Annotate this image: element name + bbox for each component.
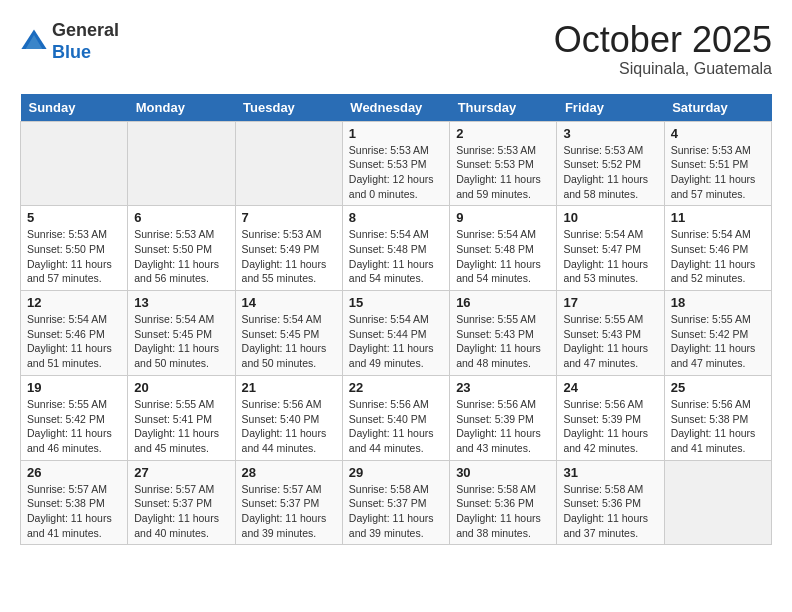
sunset: Sunset: 5:41 PM	[134, 413, 212, 425]
day-number: 17	[563, 295, 657, 310]
weekday-header: Saturday	[664, 94, 771, 122]
sunset: Sunset: 5:37 PM	[242, 497, 320, 509]
day-info: Sunrise: 5:53 AM Sunset: 5:51 PM Dayligh…	[671, 143, 765, 202]
calendar-week-row: 26 Sunrise: 5:57 AM Sunset: 5:38 PM Dayl…	[21, 460, 772, 545]
calendar-cell: 6 Sunrise: 5:53 AM Sunset: 5:50 PM Dayli…	[128, 206, 235, 291]
day-number: 20	[134, 380, 228, 395]
weekday-header: Wednesday	[342, 94, 449, 122]
day-number: 10	[563, 210, 657, 225]
calendar-cell	[664, 460, 771, 545]
sunrise: Sunrise: 5:56 AM	[456, 398, 536, 410]
day-info: Sunrise: 5:55 AM Sunset: 5:43 PM Dayligh…	[456, 312, 550, 371]
calendar-cell: 18 Sunrise: 5:55 AM Sunset: 5:42 PM Dayl…	[664, 291, 771, 376]
calendar-cell: 4 Sunrise: 5:53 AM Sunset: 5:51 PM Dayli…	[664, 121, 771, 206]
day-info: Sunrise: 5:53 AM Sunset: 5:50 PM Dayligh…	[134, 227, 228, 286]
logo: General Blue	[20, 20, 119, 63]
calendar-cell: 27 Sunrise: 5:57 AM Sunset: 5:37 PM Dayl…	[128, 460, 235, 545]
sunset: Sunset: 5:36 PM	[563, 497, 641, 509]
sunset: Sunset: 5:37 PM	[134, 497, 212, 509]
calendar-cell: 15 Sunrise: 5:54 AM Sunset: 5:44 PM Dayl…	[342, 291, 449, 376]
calendar-cell: 26 Sunrise: 5:57 AM Sunset: 5:38 PM Dayl…	[21, 460, 128, 545]
calendar-cell: 2 Sunrise: 5:53 AM Sunset: 5:53 PM Dayli…	[450, 121, 557, 206]
daylight: Daylight: 11 hours and 54 minutes.	[349, 258, 434, 285]
day-number: 19	[27, 380, 121, 395]
sunset: Sunset: 5:42 PM	[671, 328, 749, 340]
page-header: General Blue October 2025 Siquinala, Gua…	[20, 20, 772, 78]
calendar-week-row: 12 Sunrise: 5:54 AM Sunset: 5:46 PM Dayl…	[21, 291, 772, 376]
day-number: 15	[349, 295, 443, 310]
sunset: Sunset: 5:53 PM	[349, 158, 427, 170]
day-number: 13	[134, 295, 228, 310]
day-number: 8	[349, 210, 443, 225]
weekday-header: Sunday	[21, 94, 128, 122]
calendar-cell: 28 Sunrise: 5:57 AM Sunset: 5:37 PM Dayl…	[235, 460, 342, 545]
daylight: Daylight: 11 hours and 46 minutes.	[27, 427, 112, 454]
sunrise: Sunrise: 5:57 AM	[27, 483, 107, 495]
sunrise: Sunrise: 5:54 AM	[349, 313, 429, 325]
daylight: Daylight: 11 hours and 44 minutes.	[349, 427, 434, 454]
calendar-cell: 11 Sunrise: 5:54 AM Sunset: 5:46 PM Dayl…	[664, 206, 771, 291]
calendar-cell: 20 Sunrise: 5:55 AM Sunset: 5:41 PM Dayl…	[128, 375, 235, 460]
day-number: 4	[671, 126, 765, 141]
sunrise: Sunrise: 5:53 AM	[671, 144, 751, 156]
day-info: Sunrise: 5:54 AM Sunset: 5:48 PM Dayligh…	[456, 227, 550, 286]
sunset: Sunset: 5:47 PM	[563, 243, 641, 255]
sunset: Sunset: 5:50 PM	[134, 243, 212, 255]
weekday-header: Thursday	[450, 94, 557, 122]
sunrise: Sunrise: 5:55 AM	[27, 398, 107, 410]
sunset: Sunset: 5:46 PM	[671, 243, 749, 255]
calendar-cell: 8 Sunrise: 5:54 AM Sunset: 5:48 PM Dayli…	[342, 206, 449, 291]
day-number: 30	[456, 465, 550, 480]
location: Siquinala, Guatemala	[554, 60, 772, 78]
day-info: Sunrise: 5:53 AM Sunset: 5:49 PM Dayligh…	[242, 227, 336, 286]
sunset: Sunset: 5:39 PM	[563, 413, 641, 425]
sunset: Sunset: 5:53 PM	[456, 158, 534, 170]
day-info: Sunrise: 5:54 AM Sunset: 5:45 PM Dayligh…	[242, 312, 336, 371]
sunset: Sunset: 5:40 PM	[242, 413, 320, 425]
sunset: Sunset: 5:48 PM	[456, 243, 534, 255]
daylight: Daylight: 11 hours and 48 minutes.	[456, 342, 541, 369]
sunset: Sunset: 5:50 PM	[27, 243, 105, 255]
day-info: Sunrise: 5:57 AM Sunset: 5:37 PM Dayligh…	[134, 482, 228, 541]
day-info: Sunrise: 5:54 AM Sunset: 5:48 PM Dayligh…	[349, 227, 443, 286]
daylight: Daylight: 11 hours and 57 minutes.	[27, 258, 112, 285]
calendar-cell: 17 Sunrise: 5:55 AM Sunset: 5:43 PM Dayl…	[557, 291, 664, 376]
day-info: Sunrise: 5:56 AM Sunset: 5:39 PM Dayligh…	[456, 397, 550, 456]
sunset: Sunset: 5:43 PM	[563, 328, 641, 340]
daylight: Daylight: 11 hours and 57 minutes.	[671, 173, 756, 200]
calendar-week-row: 5 Sunrise: 5:53 AM Sunset: 5:50 PM Dayli…	[21, 206, 772, 291]
sunset: Sunset: 5:48 PM	[349, 243, 427, 255]
sunrise: Sunrise: 5:53 AM	[456, 144, 536, 156]
day-info: Sunrise: 5:53 AM Sunset: 5:53 PM Dayligh…	[456, 143, 550, 202]
sunrise: Sunrise: 5:58 AM	[563, 483, 643, 495]
sunset: Sunset: 5:46 PM	[27, 328, 105, 340]
daylight: Daylight: 11 hours and 47 minutes.	[671, 342, 756, 369]
day-number: 21	[242, 380, 336, 395]
day-number: 12	[27, 295, 121, 310]
sunrise: Sunrise: 5:53 AM	[563, 144, 643, 156]
day-number: 9	[456, 210, 550, 225]
daylight: Daylight: 11 hours and 54 minutes.	[456, 258, 541, 285]
daylight: Daylight: 11 hours and 52 minutes.	[671, 258, 756, 285]
sunrise: Sunrise: 5:54 AM	[563, 228, 643, 240]
sunrise: Sunrise: 5:55 AM	[563, 313, 643, 325]
day-info: Sunrise: 5:53 AM Sunset: 5:50 PM Dayligh…	[27, 227, 121, 286]
sunset: Sunset: 5:37 PM	[349, 497, 427, 509]
day-info: Sunrise: 5:56 AM Sunset: 5:40 PM Dayligh…	[349, 397, 443, 456]
day-number: 16	[456, 295, 550, 310]
sunrise: Sunrise: 5:58 AM	[456, 483, 536, 495]
day-info: Sunrise: 5:56 AM Sunset: 5:40 PM Dayligh…	[242, 397, 336, 456]
sunset: Sunset: 5:44 PM	[349, 328, 427, 340]
daylight: Daylight: 11 hours and 39 minutes.	[349, 512, 434, 539]
sunrise: Sunrise: 5:57 AM	[242, 483, 322, 495]
sunrise: Sunrise: 5:54 AM	[349, 228, 429, 240]
day-number: 3	[563, 126, 657, 141]
daylight: Daylight: 11 hours and 50 minutes.	[242, 342, 327, 369]
calendar-cell: 30 Sunrise: 5:58 AM Sunset: 5:36 PM Dayl…	[450, 460, 557, 545]
day-info: Sunrise: 5:55 AM Sunset: 5:42 PM Dayligh…	[27, 397, 121, 456]
sunset: Sunset: 5:45 PM	[134, 328, 212, 340]
weekday-header: Friday	[557, 94, 664, 122]
calendar-cell: 19 Sunrise: 5:55 AM Sunset: 5:42 PM Dayl…	[21, 375, 128, 460]
sunrise: Sunrise: 5:54 AM	[671, 228, 751, 240]
calendar-cell: 21 Sunrise: 5:56 AM Sunset: 5:40 PM Dayl…	[235, 375, 342, 460]
